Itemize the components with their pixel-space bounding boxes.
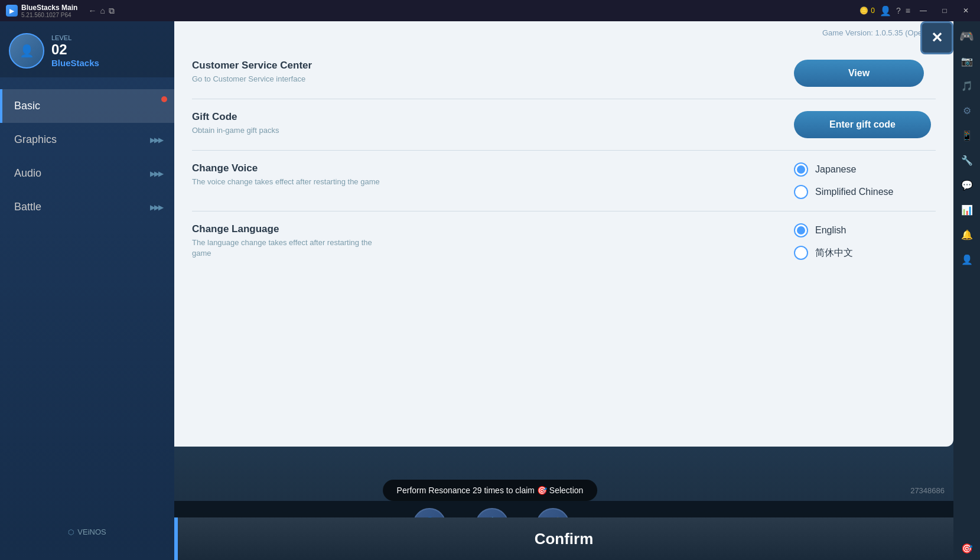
change-language-control: English 简休中文 [794,223,936,260]
language-option-english[interactable]: English [794,223,846,237]
coin-count: 0 [871,6,875,15]
sidebar-item-basic[interactable]: Basic [0,89,174,123]
sidebar-graphics-arrows: ▶▶▶ [150,136,162,144]
setting-row-customer-service: Customer Service Center Go to Customer S… [192,48,936,99]
confirm-button[interactable]: Confirm [174,517,953,560]
settings-sidebar: 👤 LEVEL 02 BlueStacks Basic Graphics ▶▶▶… [0,21,174,560]
bs-app-title: BlueStacks Main [21,4,77,12]
close-settings-button[interactable]: ✕ [920,21,953,54]
bottom-notification: Perform Resonance 29 times to claim 🎯 Se… [383,480,598,501]
customer-service-title: Customer Service Center [192,60,794,71]
right-icon-11[interactable]: 🎯 [955,536,979,560]
gift-code-control: Enter gift code [794,111,936,138]
settings-version: Game Version: 1.0.5.35 (OpenGL) [174,21,953,42]
sidebar-audio-arrows: ▶▶▶ [150,170,162,178]
coin-icon: 🪙 [859,6,868,15]
sidebar-footer: ⬡ VEiNOS [0,528,174,536]
change-language-title: Change Language [192,223,794,235]
vein-logo: ⬡ VEiNOS [68,528,106,536]
setting-row-change-language: Change Language The language change take… [192,211,936,272]
language-radio-chinese-outer [794,246,808,260]
sidebar-user-section: 👤 LEVEL 02 BlueStacks [0,21,174,77]
user-avatar: 👤 [9,33,44,69]
bs-app-subtitle: 5.21.560.1027 P64 [21,12,77,18]
sidebar-item-graphics[interactable]: Graphics ▶▶▶ [0,123,174,157]
view-button[interactable]: View [794,60,924,87]
voice-label-japanese: Japanese [815,164,856,175]
voice-option-japanese[interactable]: Japanese [794,162,856,177]
voice-radio-simplified-outer [794,185,808,199]
right-icon-1[interactable]: 🎮 [955,24,979,48]
bs-home-icon[interactable]: ⌂ [100,6,105,16]
bs-help-icon[interactable]: ? [896,6,901,15]
sidebar-audio-label: Audio [14,167,41,180]
confirm-label: Confirm [535,530,594,548]
change-voice-control: Japanese Simplified Chinese [794,162,936,199]
right-icon-3[interactable]: 🎵 [955,74,979,97]
close-settings-icon: ✕ [931,30,943,46]
bs-minimize-btn[interactable]: — [915,4,932,18]
voice-radio-japanese-inner [797,165,805,174]
setting-row-gift-code: Gift Code Obtain in-game gift packs Ente… [192,99,936,151]
gift-code-title: Gift Code [192,111,794,123]
customer-service-control: View [794,60,936,87]
enter-gift-code-button[interactable]: Enter gift code [794,111,931,138]
bs-nav-icons: ← ⌂ ⧉ [88,6,114,16]
sidebar-basic-dot [161,96,167,102]
bluestacks-logo: ▶ BlueStacks Main 5.21.560.1027 P64 [6,4,77,18]
right-icon-4[interactable]: ⚙ [955,99,979,122]
game-id: 27348686 [910,486,945,495]
bs-profile-icon[interactable]: 👤 [880,5,891,17]
language-label-chinese: 简休中文 [815,247,853,259]
sidebar-battle-arrows: ▶▶▶ [150,203,162,211]
right-icon-9[interactable]: 🔔 [955,223,979,246]
sidebar-battle-label: Battle [14,201,41,213]
vein-label: VEiNOS [77,528,106,536]
bs-close-btn[interactable]: ✕ [958,4,974,18]
language-label-english: English [815,225,846,236]
gift-code-info: Gift Code Obtain in-game gift packs [192,111,794,136]
sidebar-navigation: Basic Graphics ▶▶▶ Audio ▶▶▶ Battle ▶▶▶ [0,89,174,224]
setting-row-change-voice: Change Voice The voice change takes effe… [192,151,936,211]
level-label: LEVEL [51,34,165,41]
right-sidebar: 🎮 📷 🎵 ⚙ 📱 🔧 💬 📊 🔔 👤 🎯 [953,21,980,560]
change-voice-info: Change Voice The voice change takes effe… [192,162,794,187]
voice-option-simplified-chinese[interactable]: Simplified Chinese [794,185,894,199]
bs-back-icon[interactable]: ← [88,6,96,16]
notification-text: Perform Resonance 29 times to claim 🎯 Se… [397,486,584,495]
bluestacks-titlebar: ▶ BlueStacks Main 5.21.560.1027 P64 ← ⌂ … [0,0,980,21]
sidebar-item-audio[interactable]: Audio ▶▶▶ [0,157,174,190]
right-icon-8[interactable]: 📊 [955,198,979,222]
user-info: LEVEL 02 BlueStacks [51,34,165,68]
settings-content: Customer Service Center Go to Customer S… [174,42,953,447]
change-voice-desc: The voice change takes effect after rest… [192,177,381,187]
change-language-info: Change Language The language change take… [192,223,794,259]
voice-radio-japanese-outer [794,162,808,177]
language-option-simplified-chinese[interactable]: 简休中文 [794,246,853,260]
change-voice-title: Change Voice [192,162,794,174]
customer-service-desc: Go to Customer Service interface [192,74,381,84]
language-radio-english-inner [797,226,805,235]
bs-maximize-btn[interactable]: □ [936,4,953,18]
bs-logo-icon: ▶ [6,5,18,17]
vein-icon: ⬡ [68,528,74,536]
right-icon-10[interactable]: 👤 [955,248,979,271]
username-display: BlueStacks [51,58,165,68]
voice-label-simplified: Simplified Chinese [815,187,894,197]
customer-service-info: Customer Service Center Go to Customer S… [192,60,794,84]
change-language-desc: The language change takes effect after r… [192,237,381,259]
sidebar-item-battle[interactable]: Battle ▶▶▶ [0,190,174,224]
bs-menu-icon[interactable]: ≡ [906,6,910,15]
right-icon-5[interactable]: 📱 [955,123,979,147]
confirm-accent-bar [174,517,178,560]
sidebar-basic-label: Basic [14,100,40,112]
right-icon-6[interactable]: 🔧 [955,148,979,172]
language-radio-english-outer [794,223,808,237]
right-icon-7[interactable]: 💬 [955,173,979,197]
level-number: 02 [51,41,165,58]
gift-code-desc: Obtain in-game gift packs [192,125,381,136]
bs-copy-icon[interactable]: ⧉ [109,6,115,16]
bs-coin-display: 🪙 0 [859,6,875,15]
right-icon-2[interactable]: 📷 [955,49,979,73]
settings-panel: Game Version: 1.0.5.35 (OpenGL) Customer… [174,21,953,447]
